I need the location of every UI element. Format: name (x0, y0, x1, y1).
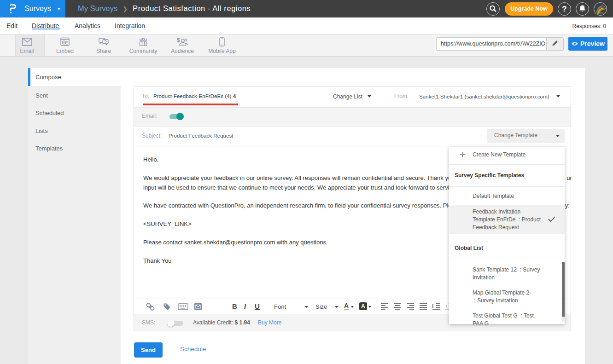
svg-text:$: $ (177, 37, 180, 43)
